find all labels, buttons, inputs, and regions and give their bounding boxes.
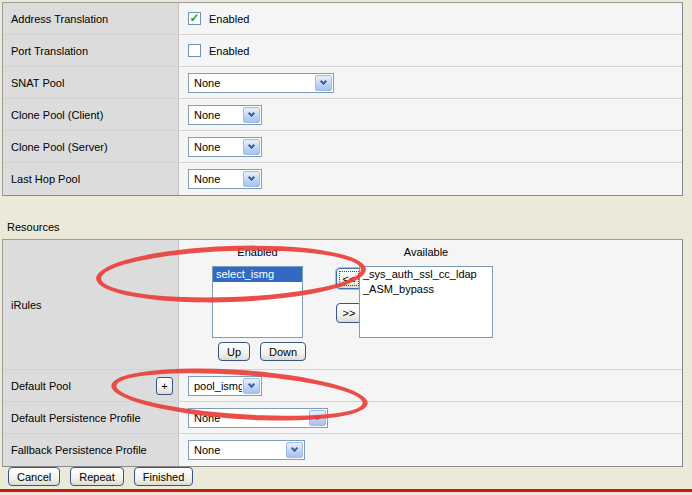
last-hop-pool-value: None — [189, 173, 242, 185]
snat-pool-value: None — [189, 77, 314, 89]
irules-up-button[interactable]: Up — [218, 342, 250, 361]
resources-table: iRules Enabled Available select_ismg << … — [2, 239, 683, 467]
default-persistence-select[interactable]: None — [188, 408, 328, 428]
cancel-button[interactable]: Cancel — [8, 467, 60, 486]
row-irules: iRules Enabled Available select_ismg << … — [3, 240, 682, 370]
row-default-persistence: Default Persistence Profile None — [3, 402, 682, 434]
default-pool-label: Default Pool — [11, 380, 71, 392]
settings-table: Address Translation ✓ Enabled Port Trans… — [2, 2, 683, 196]
clone-pool-client-select[interactable]: None — [188, 105, 262, 125]
clone-pool-client-value: None — [189, 109, 242, 121]
fallback-persistence-label: Fallback Persistence Profile — [11, 444, 147, 456]
irules-label: iRules — [11, 299, 42, 311]
finished-button[interactable]: Finished — [134, 467, 194, 486]
clone-pool-server-select[interactable]: None — [188, 137, 262, 157]
chevron-down-icon — [243, 171, 260, 187]
row-default-pool: Default Pool + pool_ismg — [3, 370, 682, 402]
clone-pool-client-label: Clone Pool (Client) — [11, 109, 103, 121]
chevron-down-icon — [243, 139, 260, 155]
port-translation-enabled-label: Enabled — [209, 45, 249, 57]
clone-pool-server-value: None — [189, 141, 242, 153]
port-translation-label: Port Translation — [11, 45, 88, 57]
default-pool-select[interactable]: pool_ismg — [188, 376, 262, 396]
last-hop-pool-label: Last Hop Pool — [11, 173, 80, 185]
row-port-translation: Port Translation Enabled — [3, 35, 682, 67]
red-underline-annotation — [0, 489, 692, 492]
irules-enabled-listbox[interactable]: select_ismg — [212, 266, 303, 338]
chevron-down-icon — [286, 442, 303, 458]
default-pool-value: pool_ismg — [189, 380, 242, 392]
irules-down-button[interactable]: Down — [260, 342, 306, 361]
default-persistence-label: Default Persistence Profile — [11, 412, 141, 424]
default-persistence-value: None — [189, 412, 308, 424]
irules-enabled-item[interactable]: select_ismg — [213, 267, 302, 282]
row-address-translation: Address Translation ✓ Enabled — [3, 3, 682, 35]
address-translation-checkbox[interactable]: ✓ — [188, 12, 201, 25]
add-pool-button[interactable]: + — [156, 377, 173, 395]
irules-enabled-header: Enabled — [212, 246, 303, 258]
chevron-down-icon — [243, 378, 260, 394]
row-clone-pool-client: Clone Pool (Client) None — [3, 99, 682, 131]
repeat-button[interactable]: Repeat — [70, 467, 123, 486]
clone-pool-server-label: Clone Pool (Server) — [11, 141, 108, 153]
chevron-down-icon — [243, 107, 260, 123]
address-translation-enabled-label: Enabled — [209, 13, 249, 25]
irules-available-listbox[interactable]: _sys_auth_ssl_cc_ldap _ASM_bypass — [359, 266, 493, 338]
port-translation-checkbox[interactable] — [188, 44, 201, 57]
snat-pool-select[interactable]: None — [188, 73, 334, 93]
irules-available-header: Available — [359, 246, 493, 258]
fallback-persistence-select[interactable]: None — [188, 440, 305, 460]
row-last-hop-pool: Last Hop Pool None — [3, 163, 682, 195]
chevron-down-icon — [309, 410, 326, 426]
irules-available-item[interactable]: _sys_auth_ssl_cc_ldap — [360, 267, 492, 282]
last-hop-pool-select[interactable]: None — [188, 169, 262, 189]
footer-button-bar: Cancel Repeat Finished — [8, 467, 193, 486]
snat-pool-label: SNAT Pool — [11, 77, 64, 89]
fallback-persistence-value: None — [189, 444, 285, 456]
irules-available-item[interactable]: _ASM_bypass — [360, 282, 492, 297]
chevron-down-icon — [315, 75, 332, 91]
row-snat-pool: SNAT Pool None — [3, 67, 682, 99]
row-fallback-persistence: Fallback Persistence Profile None — [3, 434, 682, 466]
resources-section-title: Resources — [7, 221, 60, 233]
address-translation-label: Address Translation — [11, 13, 108, 25]
checkmark-icon: ✓ — [189, 12, 199, 24]
row-clone-pool-server: Clone Pool (Server) None — [3, 131, 682, 163]
